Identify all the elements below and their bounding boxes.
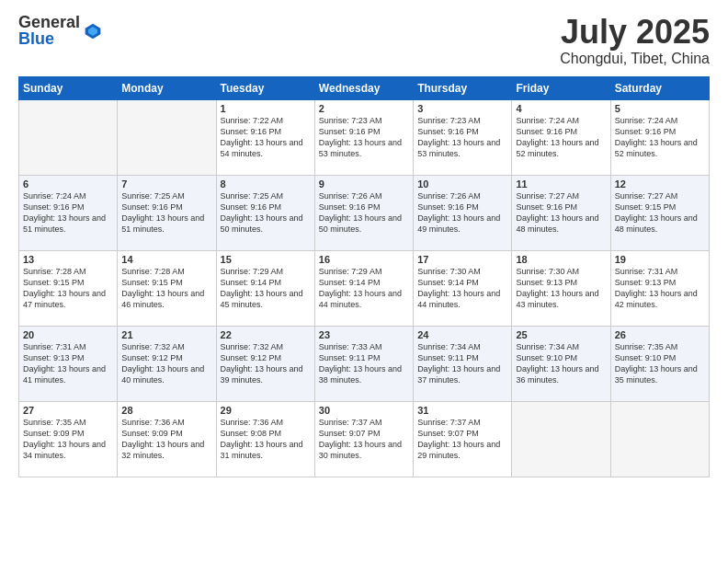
day-info: Sunrise: 7:37 AM Sunset: 9:07 PM Dayligh… — [417, 417, 507, 462]
day-number: 7 — [121, 178, 211, 190]
day-number: 24 — [417, 329, 507, 340]
day-number: 25 — [516, 329, 606, 340]
day-info: Sunrise: 7:23 AM Sunset: 9:16 PM Dayligh… — [417, 115, 507, 160]
day-number: 16 — [319, 254, 409, 265]
day-info: Sunrise: 7:28 AM Sunset: 9:15 PM Dayligh… — [121, 266, 211, 311]
calendar-cell: 28Sunrise: 7:36 AM Sunset: 9:09 PM Dayli… — [118, 401, 216, 477]
title-section: July 2025 Chongdui, Tibet, China — [560, 14, 710, 67]
day-info: Sunrise: 7:36 AM Sunset: 9:08 PM Dayligh… — [221, 417, 311, 462]
day-number: 12 — [615, 178, 705, 190]
calendar-day-header: Saturday — [610, 76, 709, 99]
calendar-cell: 10Sunrise: 7:26 AM Sunset: 9:16 PM Dayli… — [414, 175, 512, 250]
day-number: 15 — [221, 254, 311, 265]
calendar-week-row: 20Sunrise: 7:31 AM Sunset: 9:13 PM Dayli… — [19, 326, 710, 401]
calendar-week-row: 27Sunrise: 7:35 AM Sunset: 9:09 PM Dayli… — [19, 401, 710, 477]
calendar-day-header: Friday — [512, 76, 610, 99]
day-number: 28 — [121, 405, 211, 416]
calendar-cell: 26Sunrise: 7:35 AM Sunset: 9:10 PM Dayli… — [610, 326, 709, 401]
day-number: 10 — [417, 178, 507, 190]
day-info: Sunrise: 7:34 AM Sunset: 9:11 PM Dayligh… — [417, 341, 507, 386]
calendar-cell: 1Sunrise: 7:22 AM Sunset: 9:16 PM Daylig… — [216, 99, 314, 175]
calendar-cell: 18Sunrise: 7:30 AM Sunset: 9:13 PM Dayli… — [512, 250, 610, 326]
day-info: Sunrise: 7:26 AM Sunset: 9:16 PM Dayligh… — [319, 190, 409, 236]
day-info: Sunrise: 7:22 AM Sunset: 9:16 PM Dayligh… — [221, 115, 311, 160]
day-number: 27 — [23, 405, 113, 416]
calendar-cell: 11Sunrise: 7:27 AM Sunset: 9:16 PM Dayli… — [512, 175, 610, 250]
logo-general: General — [18, 14, 80, 30]
main-title: July 2025 — [560, 14, 710, 51]
day-info: Sunrise: 7:27 AM Sunset: 9:15 PM Dayligh… — [615, 190, 705, 236]
calendar-cell: 6Sunrise: 7:24 AM Sunset: 9:16 PM Daylig… — [19, 175, 118, 250]
day-info: Sunrise: 7:35 AM Sunset: 9:09 PM Dayligh… — [23, 417, 113, 462]
day-number: 6 — [23, 178, 113, 190]
calendar-cell: 31Sunrise: 7:37 AM Sunset: 9:07 PM Dayli… — [414, 401, 512, 477]
day-number: 22 — [221, 329, 311, 340]
day-info: Sunrise: 7:29 AM Sunset: 9:14 PM Dayligh… — [319, 266, 409, 311]
calendar-cell: 14Sunrise: 7:28 AM Sunset: 9:15 PM Dayli… — [118, 250, 216, 326]
day-number: 14 — [121, 254, 211, 265]
calendar-cell: 5Sunrise: 7:24 AM Sunset: 9:16 PM Daylig… — [610, 99, 709, 175]
day-number: 23 — [319, 329, 409, 340]
day-number: 2 — [319, 103, 409, 114]
day-number: 31 — [417, 405, 507, 416]
day-info: Sunrise: 7:31 AM Sunset: 9:13 PM Dayligh… — [23, 341, 113, 386]
day-info: Sunrise: 7:25 AM Sunset: 9:16 PM Dayligh… — [221, 190, 311, 236]
day-info: Sunrise: 7:24 AM Sunset: 9:16 PM Dayligh… — [23, 190, 113, 236]
calendar-header-row: SundayMondayTuesdayWednesdayThursdayFrid… — [19, 76, 710, 99]
day-number: 11 — [516, 178, 606, 190]
day-info: Sunrise: 7:25 AM Sunset: 9:16 PM Dayligh… — [121, 190, 211, 236]
day-info: Sunrise: 7:27 AM Sunset: 9:16 PM Dayligh… — [516, 190, 606, 236]
calendar-week-row: 1Sunrise: 7:22 AM Sunset: 9:16 PM Daylig… — [19, 99, 710, 175]
day-number: 26 — [615, 329, 705, 340]
subtitle: Chongdui, Tibet, China — [560, 51, 710, 67]
day-number: 21 — [121, 329, 211, 340]
day-info: Sunrise: 7:31 AM Sunset: 9:13 PM Dayligh… — [615, 266, 705, 311]
calendar-cell: 22Sunrise: 7:32 AM Sunset: 9:12 PM Dayli… — [216, 326, 314, 401]
day-info: Sunrise: 7:30 AM Sunset: 9:14 PM Dayligh… — [417, 266, 507, 311]
day-number: 8 — [221, 178, 311, 190]
day-number: 20 — [23, 329, 113, 340]
logo-text: General Blue — [18, 14, 80, 47]
day-info: Sunrise: 7:34 AM Sunset: 9:10 PM Dayligh… — [516, 341, 606, 386]
calendar-cell: 3Sunrise: 7:23 AM Sunset: 9:16 PM Daylig… — [414, 99, 512, 175]
day-number: 17 — [417, 254, 507, 265]
calendar-cell: 20Sunrise: 7:31 AM Sunset: 9:13 PM Dayli… — [19, 326, 118, 401]
calendar-day-header: Monday — [118, 76, 216, 99]
day-info: Sunrise: 7:29 AM Sunset: 9:14 PM Dayligh… — [221, 266, 311, 311]
day-number: 30 — [319, 405, 409, 416]
calendar-cell: 23Sunrise: 7:33 AM Sunset: 9:11 PM Dayli… — [314, 326, 413, 401]
day-number: 9 — [319, 178, 409, 190]
page: General Blue July 2025 Chongdui, Tibet, … — [0, 0, 728, 563]
calendar-cell: 13Sunrise: 7:28 AM Sunset: 9:15 PM Dayli… — [19, 250, 118, 326]
calendar-cell: 17Sunrise: 7:30 AM Sunset: 9:14 PM Dayli… — [414, 250, 512, 326]
day-number: 13 — [23, 254, 113, 265]
day-number: 5 — [615, 103, 705, 114]
day-number: 29 — [221, 405, 311, 416]
calendar-cell: 4Sunrise: 7:24 AM Sunset: 9:16 PM Daylig… — [512, 99, 610, 175]
calendar-cell: 21Sunrise: 7:32 AM Sunset: 9:12 PM Dayli… — [118, 326, 216, 401]
day-number: 3 — [417, 103, 507, 114]
calendar-cell: 12Sunrise: 7:27 AM Sunset: 9:15 PM Dayli… — [610, 175, 709, 250]
calendar-cell: 15Sunrise: 7:29 AM Sunset: 9:14 PM Dayli… — [216, 250, 314, 326]
logo: General Blue — [18, 14, 102, 47]
day-info: Sunrise: 7:24 AM Sunset: 9:16 PM Dayligh… — [615, 115, 705, 160]
calendar-cell: 8Sunrise: 7:25 AM Sunset: 9:16 PM Daylig… — [216, 175, 314, 250]
day-info: Sunrise: 7:32 AM Sunset: 9:12 PM Dayligh… — [221, 341, 311, 386]
day-info: Sunrise: 7:30 AM Sunset: 9:13 PM Dayligh… — [516, 266, 606, 311]
calendar-cell: 2Sunrise: 7:23 AM Sunset: 9:16 PM Daylig… — [314, 99, 413, 175]
calendar-cell: 25Sunrise: 7:34 AM Sunset: 9:10 PM Dayli… — [512, 326, 610, 401]
day-info: Sunrise: 7:32 AM Sunset: 9:12 PM Dayligh… — [121, 341, 211, 386]
header: General Blue July 2025 Chongdui, Tibet, … — [18, 14, 710, 67]
calendar-cell: 27Sunrise: 7:35 AM Sunset: 9:09 PM Dayli… — [19, 401, 118, 477]
day-number: 4 — [516, 103, 606, 114]
calendar: SundayMondayTuesdayWednesdayThursdayFrid… — [18, 76, 710, 477]
calendar-day-header: Sunday — [19, 76, 118, 99]
calendar-cell: 30Sunrise: 7:37 AM Sunset: 9:07 PM Dayli… — [314, 401, 413, 477]
calendar-day-header: Tuesday — [216, 76, 314, 99]
calendar-cell: 9Sunrise: 7:26 AM Sunset: 9:16 PM Daylig… — [314, 175, 413, 250]
calendar-cell: 24Sunrise: 7:34 AM Sunset: 9:11 PM Dayli… — [414, 326, 512, 401]
day-number: 1 — [221, 103, 311, 114]
calendar-day-header: Thursday — [414, 76, 512, 99]
calendar-cell: 19Sunrise: 7:31 AM Sunset: 9:13 PM Dayli… — [610, 250, 709, 326]
calendar-week-row: 6Sunrise: 7:24 AM Sunset: 9:16 PM Daylig… — [19, 175, 710, 250]
